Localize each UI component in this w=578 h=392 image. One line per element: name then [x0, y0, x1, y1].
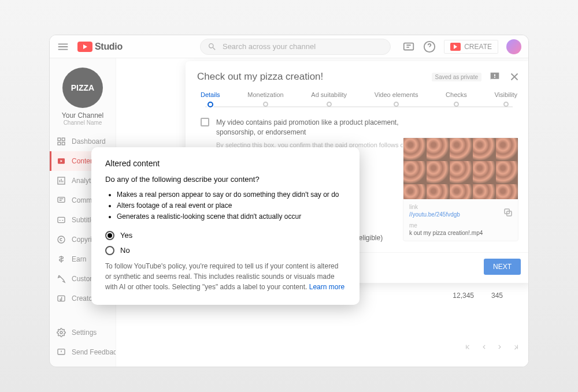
video-thumbnail-panel: link //youtu.be/245fvdgb me k out my piz… — [403, 137, 518, 241]
stepper: Details Monetization Ad suitability Vide… — [186, 89, 528, 107]
step-details[interactable]: Details — [201, 91, 220, 107]
popup-policy-text: To follow YouTube's policy, you're requi… — [105, 261, 346, 292]
hamburger-menu-icon[interactable] — [57, 40, 69, 53]
svg-rect-5 — [62, 142, 65, 145]
dialog-title: Check out my pizza creation! — [197, 71, 425, 83]
svg-rect-8 — [58, 197, 65, 203]
close-icon[interactable] — [508, 70, 521, 83]
popup-question: Do any of the following describe your co… — [105, 175, 346, 184]
search-placeholder: Search across your channel — [223, 42, 316, 51]
paid-promo-label: My video contains paid promotion like a … — [216, 118, 407, 137]
filename: k out my pizza creation!.mp4 — [409, 230, 512, 236]
filename-label: me — [409, 222, 512, 229]
next-button[interactable]: NEXT — [484, 259, 521, 275]
table-row[interactable]: 12,345 345 — [451, 292, 520, 300]
logo-text: Studio — [95, 42, 123, 52]
page-first-icon[interactable] — [464, 343, 472, 351]
svg-point-10 — [58, 236, 65, 243]
svg-rect-4 — [58, 142, 61, 145]
step-video-elements[interactable]: Video elements — [375, 91, 418, 107]
copy-icon[interactable] — [503, 207, 513, 218]
youtube-logo-icon — [77, 42, 92, 52]
radio-no[interactable]: No — [105, 246, 346, 255]
step-checks[interactable]: Checks — [446, 91, 467, 107]
step-monetization[interactable]: Monetization — [247, 91, 283, 107]
page-prev-icon[interactable] — [480, 343, 488, 351]
help-icon[interactable] — [423, 40, 436, 53]
video-thumbnail-image — [403, 138, 518, 199]
topbar: Studio Search across your channel CREATE — [50, 35, 528, 58]
sidebar-item-feedback[interactable]: Send Feedback — [50, 342, 116, 362]
youtube-studio-logo[interactable]: Studio — [77, 42, 123, 52]
page-last-icon[interactable] — [512, 343, 520, 351]
svg-rect-2 — [58, 138, 61, 141]
saved-badge: Saved as private — [432, 73, 482, 81]
topbar-actions: CREATE — [402, 39, 521, 54]
altered-content-popup: Altered content Do any of the following … — [91, 147, 360, 305]
video-link[interactable]: //youtu.be/245fvdgb — [409, 211, 512, 218]
channel-avatar[interactable]: PIZZA — [62, 68, 103, 108]
svg-point-12 — [60, 331, 62, 334]
feedback-icon[interactable] — [488, 70, 501, 83]
video-link-label: link — [409, 204, 512, 210]
popup-bullets: Makes a real person appear to say or do … — [105, 189, 346, 223]
create-button[interactable]: CREATE — [444, 40, 498, 54]
create-label: CREATE — [464, 43, 492, 51]
avatar[interactable] — [506, 39, 521, 54]
channel-subtitle: Channel Name — [50, 120, 116, 126]
bullet-item: Makes a real person appear to say or do … — [117, 189, 346, 200]
search-icon — [208, 42, 217, 51]
chat-icon[interactable] — [402, 40, 415, 53]
step-ad-suitability[interactable]: Ad suitability — [311, 91, 347, 107]
svg-rect-3 — [62, 138, 65, 141]
paid-promo-checkbox[interactable] — [201, 118, 209, 126]
popup-heading: Altered content — [105, 159, 346, 168]
pagination — [464, 343, 520, 351]
svg-rect-0 — [404, 43, 414, 50]
step-visibility[interactable]: Visibility — [494, 91, 517, 107]
page-next-icon[interactable] — [496, 343, 504, 351]
svg-rect-9 — [58, 217, 65, 222]
radio-yes[interactable]: Yes — [105, 231, 346, 240]
radio-yes-button[interactable] — [105, 231, 114, 240]
channel-title: Your Channel — [50, 111, 116, 120]
sidebar-item-settings[interactable]: Settings — [50, 323, 116, 342]
camera-icon — [450, 43, 461, 51]
radio-no-button[interactable] — [105, 246, 114, 255]
learn-more-link[interactable]: Learn more — [309, 283, 344, 291]
bullet-item: Alters footage of a real event or place — [117, 200, 346, 211]
search-input[interactable]: Search across your channel — [200, 39, 391, 55]
bullet-item: Generates a realistic-looking scene that… — [117, 211, 346, 222]
